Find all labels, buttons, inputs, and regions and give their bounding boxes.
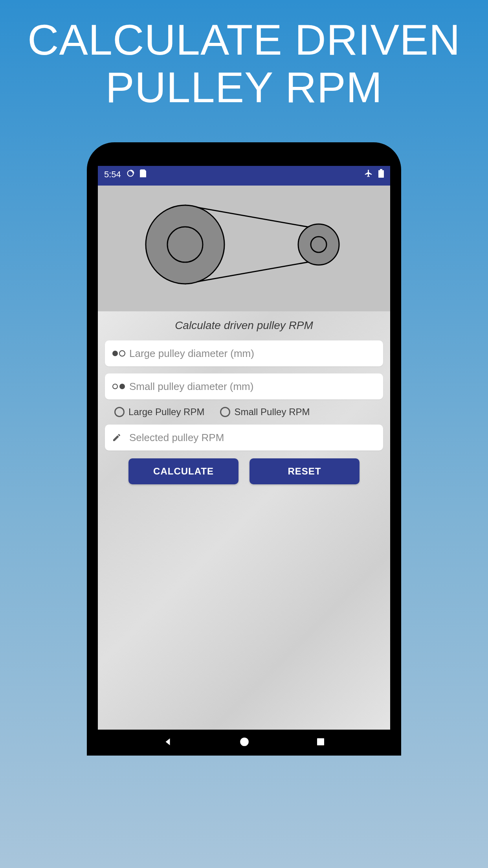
radio-icon [220, 407, 230, 417]
svg-rect-1 [380, 169, 382, 170]
svg-point-8 [119, 351, 125, 356]
battery-icon [378, 169, 384, 180]
pulley-diagram [98, 186, 390, 311]
rpm-radio-group: Large Pulley RPM Small Pulley RPM [105, 406, 383, 425]
large-rpm-label: Large Pulley RPM [128, 406, 204, 417]
status-time: 5:54 [104, 169, 121, 180]
sim-icon [140, 169, 146, 180]
small-rpm-label: Small Pulley RPM [234, 406, 310, 417]
reset-button[interactable]: RESET [250, 458, 360, 484]
small-pulley-icon [112, 383, 129, 390]
section-title: Calculate driven pulley RPM [105, 319, 383, 332]
phone-frame: 5:54 [87, 142, 401, 756]
promo-title-line2: PULLEY RPM [16, 63, 472, 111]
large-rpm-radio[interactable]: Large Pulley RPM [114, 406, 204, 417]
svg-point-9 [113, 384, 117, 389]
large-diameter-input[interactable]: Large pulley diameter (mm) [105, 340, 383, 366]
promo-title-line1: CALCULATE DRIVEN [16, 16, 472, 63]
airplane-icon [364, 169, 373, 180]
svg-rect-2 [378, 170, 384, 178]
large-pulley-icon [112, 349, 129, 357]
recents-button[interactable] [316, 737, 325, 748]
promo-title: CALCULATE DRIVEN PULLEY RPM [0, 0, 488, 111]
status-bar: 5:54 [98, 166, 390, 183]
small-diameter-placeholder: Small pulley diameter (mm) [129, 381, 376, 393]
svg-point-6 [311, 237, 327, 252]
selected-rpm-placeholder: Selected pulley RPM [129, 432, 376, 444]
large-diameter-placeholder: Large pulley diameter (mm) [129, 348, 376, 360]
svg-rect-12 [317, 738, 324, 745]
svg-point-11 [240, 737, 249, 746]
selected-rpm-input[interactable]: Selected pulley RPM [105, 425, 383, 451]
small-rpm-radio[interactable]: Small Pulley RPM [220, 406, 310, 417]
form-area: Calculate driven pulley RPM Large pulley… [98, 311, 390, 730]
phone-screen: 5:54 [98, 166, 390, 756]
radio-icon [114, 407, 125, 417]
pencil-icon [112, 433, 129, 442]
data-saver-icon [127, 169, 134, 180]
calculate-button[interactable]: CALCULATE [128, 458, 238, 484]
back-button[interactable] [163, 737, 173, 748]
small-diameter-input[interactable]: Small pulley diameter (mm) [105, 373, 383, 399]
android-nav-bar [98, 730, 390, 756]
home-button[interactable] [239, 737, 250, 748]
svg-point-7 [112, 351, 118, 356]
svg-point-4 [167, 227, 203, 262]
svg-point-10 [119, 384, 125, 389]
button-row: CALCULATE RESET [105, 458, 383, 484]
